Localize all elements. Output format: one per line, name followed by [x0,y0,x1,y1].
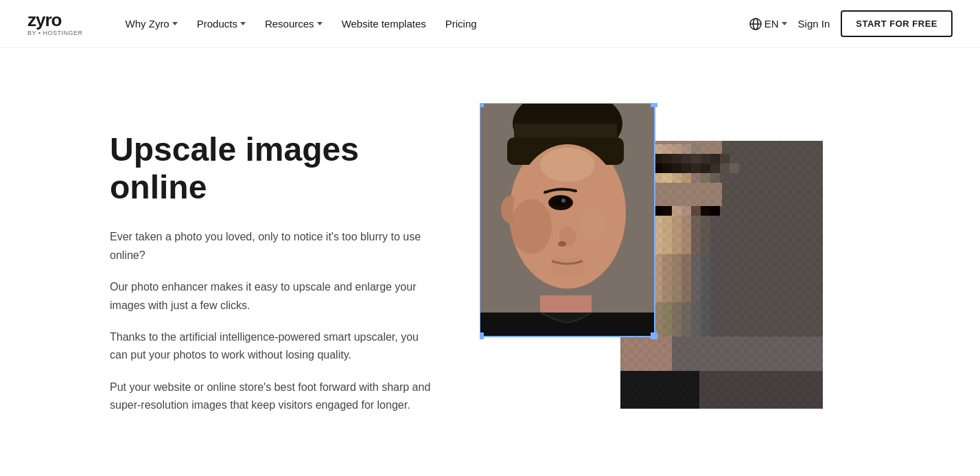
svg-rect-132 [651,103,657,107]
logo-sub: BY ▪ HOSTINGER [27,30,83,36]
lang-chevron-icon [782,22,787,25]
nav-products[interactable]: Products [187,12,255,35]
chevron-down-icon [240,22,246,25]
hero-para-1: Ever taken a photo you loved, only to no… [110,228,439,264]
nav-why-zyro[interactable]: Why Zyro [116,12,187,35]
hero-para-4: Put your website or online store's best … [110,378,439,415]
chevron-down-icon [317,22,323,25]
svg-point-122 [551,196,570,207]
globe-icon [749,18,762,30]
hero-para-2: Our photo enhancer makes it easy to upsc… [110,278,439,315]
lang-label: EN [765,18,779,30]
svg-rect-133 [480,332,484,339]
comparison-illustration [480,103,830,412]
svg-point-123 [561,199,565,203]
svg-point-120 [540,148,595,182]
svg-point-119 [511,199,552,254]
sign-in-button[interactable]: Sign In [798,18,830,30]
svg-rect-134 [651,332,657,339]
logo-name: zyro [27,11,83,29]
nav-website-templates[interactable]: Website templates [332,12,436,35]
language-selector[interactable]: EN [749,18,787,30]
hero-text: Upscale images online Ever taken a photo… [110,103,439,429]
start-free-button[interactable]: START FOR FREE [841,10,953,37]
chevron-down-icon [172,22,178,25]
svg-point-125 [558,241,566,247]
logo[interactable]: zyro BY ▪ HOSTINGER [27,11,83,36]
nav-pricing[interactable]: Pricing [436,12,487,35]
hero-image-comparison [439,103,870,433]
nav-links: Why Zyro Products Resources Website temp… [116,12,749,35]
hero-title: Upscale images online [110,131,439,206]
svg-point-126 [579,206,607,240]
svg-rect-131 [480,103,484,107]
nav-resources[interactable]: Resources [255,12,332,35]
nav-right: EN Sign In START FOR FREE [749,10,953,37]
navigation: zyro BY ▪ HOSTINGER Why Zyro Products Re… [0,0,980,48]
hero-section: Upscale images online Ever taken a photo… [0,48,980,476]
hero-para-3: Thanks to the artificial intelligence-po… [110,328,439,365]
svg-rect-127 [552,258,583,275]
